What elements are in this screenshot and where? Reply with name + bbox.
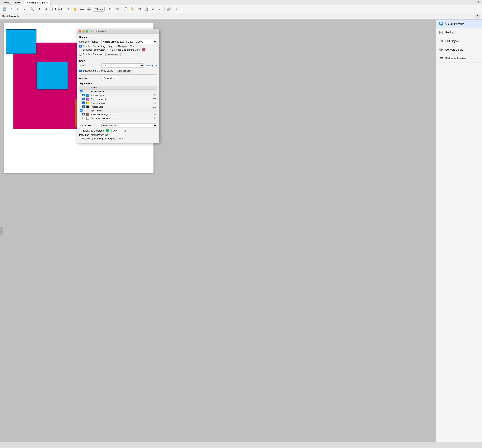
table-row[interactable]: Process Cyan 0% <box>79 93 157 97</box>
upload-btn[interactable]: ⬆ <box>36 7 42 12</box>
item-checkbox[interactable] <box>82 98 85 100</box>
group-checkbox[interactable] <box>80 109 82 112</box>
page-transparency-label: Page has Transparency: <box>79 134 104 136</box>
hand-tool[interactable]: ✋ <box>72 7 78 12</box>
rotate-tool[interactable]: ↩ <box>157 7 163 12</box>
sample-size-select[interactable]: Point Sample 3x3 Average 5x5 Average <box>102 124 157 128</box>
preflight-label: Preflight <box>445 31 455 34</box>
pen-tool[interactable]: ✏️ <box>129 7 136 12</box>
ink-manager-btn[interactable]: Ink Manager <box>105 52 120 56</box>
table-row[interactable]: Process Magenta 0% <box>79 97 157 101</box>
panel-flattener-preview[interactable]: Flattener Preview <box>436 54 482 63</box>
help-icon[interactable]: ? <box>477 1 481 4</box>
table-row[interactable]: Process Yellow 0% <box>79 101 157 105</box>
close-panel-icon: C <box>477 15 478 18</box>
simulate-paper-color-checkbox[interactable] <box>79 49 82 51</box>
total-coverage-threshold[interactable]: 300280320 <box>112 129 122 133</box>
color-swatch <box>86 102 89 104</box>
row-check[interactable] <box>79 90 86 93</box>
keyboard-tool[interactable]: ⌨ <box>114 7 120 12</box>
dialog-close-btn[interactable] <box>79 30 81 33</box>
row-name: Process Plates <box>90 90 157 93</box>
simulate-black-ink-checkbox[interactable] <box>79 53 82 56</box>
separations-tab[interactable]: Separations <box>102 76 118 80</box>
col-pct <box>149 86 157 90</box>
page-input[interactable] <box>52 7 58 11</box>
eraser-tool[interactable]: ◻ <box>137 7 143 12</box>
mail-tool[interactable]: ✉ <box>173 7 179 12</box>
row-check[interactable] <box>79 101 86 105</box>
show-art-trim-row: Show art, trim, & bleed boxes Set Page B… <box>79 69 157 73</box>
item-checkbox[interactable] <box>82 113 85 115</box>
table-row[interactable]: PANTONE Orange 021 C 0% <box>79 113 157 116</box>
sample-size-row: Sample Size: Point Sample 3x3 Average 5x… <box>79 124 157 128</box>
item-checkbox[interactable] <box>82 94 85 96</box>
panel-convert-colors[interactable]: Convert Colors <box>436 46 482 54</box>
table-row[interactable]: Spot Plates <box>79 109 157 113</box>
sync-btn[interactable]: ⟳ <box>15 7 22 12</box>
comment-tool[interactable]: 💬 <box>123 7 129 12</box>
svg-rect-3 <box>441 40 442 42</box>
cyan-rect-top <box>6 29 36 54</box>
row-check[interactable] <box>79 109 86 113</box>
dialog-body: Simulate Simulation Profile: Coated GRAC… <box>77 34 159 143</box>
total-area-coverage-checkbox[interactable] <box>79 130 82 132</box>
select-tool[interactable]: ↖ <box>65 7 71 12</box>
total-area-coverage-swatch[interactable] <box>106 129 109 132</box>
row-check[interactable] <box>79 113 86 116</box>
zoom-in-tool[interactable]: ➕ <box>86 7 92 12</box>
stamp-tool[interactable]: 📋 <box>143 7 150 12</box>
row-swatch <box>86 109 90 113</box>
zoom-out2-tool[interactable]: ➖ <box>79 7 85 12</box>
color-swatch[interactable] <box>142 48 145 51</box>
show-select[interactable]: All <box>102 63 144 68</box>
zoom-out-btn[interactable]: 🔍 <box>29 7 35 12</box>
panel-output-preview[interactable]: Output Preview <box>436 20 482 28</box>
flattener-preview-icon <box>439 56 443 61</box>
crop-tool[interactable]: ⊞ <box>107 7 113 12</box>
panel-edit-object[interactable]: Edit Object <box>436 37 482 46</box>
row-pct: 0% <box>149 113 157 116</box>
zoom-select[interactable]: 200%100%150%75%50% <box>93 7 104 11</box>
row-check[interactable] <box>79 93 86 97</box>
show-art-trim-checkbox[interactable] <box>79 70 82 72</box>
set-page-boxes-btn[interactable]: Set Page Boxes <box>116 69 134 73</box>
group-checkbox[interactable] <box>80 90 82 93</box>
transparency-blending-row: Transparency Blending Color Space: None <box>79 137 157 140</box>
menu-tools[interactable]: Tools <box>13 1 23 4</box>
bookmark-btn[interactable]: ☆ <box>8 7 15 12</box>
panel-preflight[interactable]: Preflight <box>436 28 482 37</box>
table-row[interactable]: Total Area Coverage 0% <box>79 116 157 120</box>
item-checkbox[interactable] <box>82 117 85 119</box>
set-page-bg-checkbox[interactable] <box>108 49 111 51</box>
dialog-minimize-btn[interactable] <box>82 30 85 33</box>
link-tool[interactable]: 🔗 <box>166 7 172 12</box>
transparency-blending-label: Transparency Blending Color Space: <box>79 137 117 140</box>
file-tab[interactable]: InRipTraptest2.pdf ✕ <box>24 0 51 6</box>
canvas-area: ▶ <box>0 20 436 442</box>
delete-tool[interactable]: 🗑 <box>150 7 156 12</box>
table-row[interactable]: Process Black 0% <box>79 105 157 109</box>
row-check[interactable] <box>79 97 86 101</box>
item-checkbox[interactable] <box>82 102 85 104</box>
table-row[interactable]: Process Plates <box>79 90 157 93</box>
color-swatch <box>86 94 89 97</box>
tab-close-btn[interactable]: ✕ <box>47 1 48 4</box>
total-area-coverage-row: Total Area Coverage 300280320 % <box>79 129 157 133</box>
close-panel-btn[interactable]: C <box>475 14 480 19</box>
print-btn[interactable]: 🖨 <box>22 7 28 12</box>
dialog-maximize-btn[interactable] <box>86 30 88 33</box>
show-row: Show: All Warning Op <box>79 63 157 68</box>
menu-home[interactable]: Home <box>1 1 12 4</box>
new-btn[interactable]: 🆕 <box>1 7 8 12</box>
scroll-arrow[interactable]: ▶ <box>0 227 3 235</box>
file-tab-label: InRipTraptest2.pdf <box>26 1 45 4</box>
row-check[interactable] <box>79 105 86 109</box>
download-btn[interactable]: ⬇ <box>43 7 49 12</box>
simulate-overprinting-checkbox[interactable] <box>79 45 82 47</box>
sep3 <box>106 7 106 11</box>
item-checkbox[interactable] <box>82 105 85 108</box>
sim-profile-select[interactable]: Coated GRACoL 2006 (ISO 12647-2:200... <box>102 40 157 44</box>
row-check[interactable] <box>79 116 86 120</box>
row-name: Total Area Coverage <box>90 116 149 120</box>
